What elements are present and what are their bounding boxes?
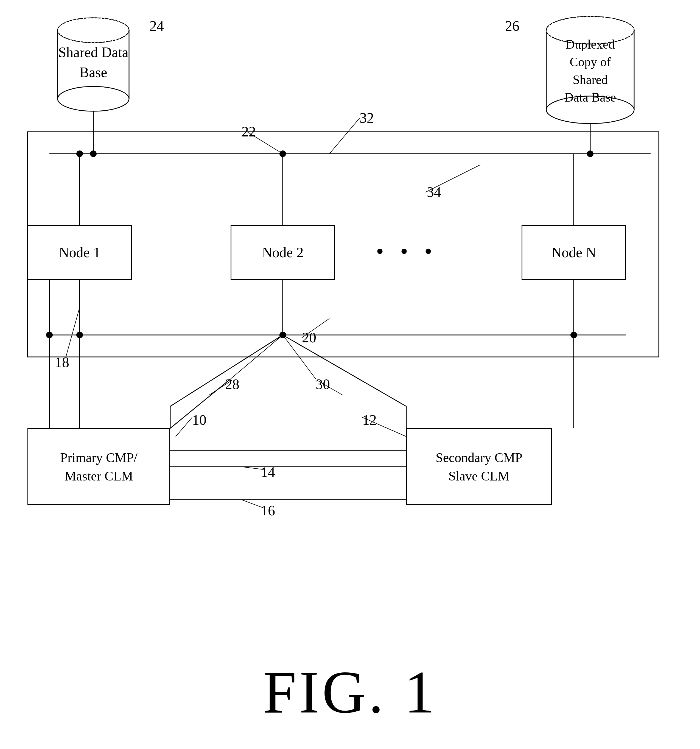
secondary-cmp-box: Secondary CMPSlave CLM (406, 428, 552, 505)
node-2-box: Node 2 (231, 225, 335, 280)
db-duplexed-label: DuplexedCopy ofSharedData Base (546, 36, 634, 107)
svg-line-43 (231, 335, 283, 379)
ref-12: 12 (362, 412, 377, 428)
svg-point-14 (587, 150, 593, 157)
svg-point-12 (90, 150, 96, 157)
svg-point-24 (280, 332, 286, 338)
svg-line-42 (241, 500, 263, 508)
ref-30: 30 (316, 376, 330, 392)
ref-34: 32 (360, 110, 374, 126)
svg-line-40 (241, 467, 263, 469)
primary-cmp-box: Primary CMP/Master CLM (28, 428, 170, 505)
ellipsis-dots: • • • (376, 239, 437, 264)
svg-point-22 (76, 332, 83, 338)
node-1-box: Node 1 (28, 225, 132, 280)
ref-22: 34 (427, 184, 441, 200)
svg-point-50 (280, 332, 286, 338)
ref-18: 18 (55, 354, 69, 370)
svg-point-4 (58, 18, 129, 43)
svg-point-3 (58, 87, 129, 111)
svg-point-0 (58, 18, 129, 43)
svg-point-32 (46, 332, 53, 338)
svg-point-16 (76, 150, 83, 157)
db-shared-label: Shared Data Base (58, 43, 129, 83)
svg-line-52 (283, 335, 406, 407)
ref-26: 26 (505, 18, 520, 34)
ref-16: 16 (261, 503, 275, 519)
figure-label: FIG. 1 (263, 657, 437, 727)
ref-24: 24 (150, 18, 164, 34)
ref-28: 28 (225, 376, 239, 392)
ref-10: 10 (192, 412, 206, 428)
ref-14: 14 (261, 464, 275, 480)
node-n-box: Node N (521, 225, 626, 280)
svg-line-49 (170, 335, 283, 407)
svg-line-36 (176, 417, 192, 437)
ref-32: 22 (241, 124, 256, 140)
ref-20: 20 (302, 329, 316, 345)
svg-point-26 (570, 332, 577, 338)
svg-line-34 (66, 307, 79, 357)
svg-line-28 (329, 118, 360, 154)
svg-point-18 (280, 150, 286, 157)
diagram-lines (0, 0, 700, 749)
diagram-container: Shared Data Base DuplexedCopy ofSharedDa… (0, 0, 700, 749)
